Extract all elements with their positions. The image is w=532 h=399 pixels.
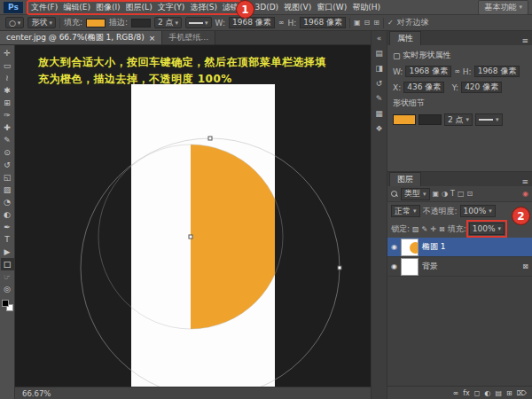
foreground-color-chip[interactable] xyxy=(2,300,9,307)
path-alignment-icon[interactable]: ⊟ xyxy=(364,19,371,27)
layer-filter-select[interactable]: 类型 ▾ xyxy=(401,188,430,200)
path-operations-icon[interactable]: ▣ xyxy=(354,19,361,27)
visibility-eye-icon[interactable]: ◉ xyxy=(391,262,397,270)
anchor-point-right[interactable] xyxy=(338,266,341,270)
menu-type[interactable]: 文字(Y) xyxy=(155,0,188,14)
gradient-tool[interactable]: ▨ xyxy=(1,184,14,196)
workspace-switcher-button[interactable]: 基本功能 ▾ xyxy=(478,0,528,15)
shape-height-field[interactable]: 1968 像素 xyxy=(300,17,346,28)
anchor-point-center[interactable] xyxy=(189,235,192,239)
docked-panel-icon-2[interactable]: ◨ xyxy=(375,64,383,73)
prop-stroke-type-select[interactable]: ▾ xyxy=(475,113,503,126)
layer-row-background[interactable]: ◉ 背景 ⊠ xyxy=(387,257,532,277)
filter-adjustment-icon[interactable]: ◑ xyxy=(442,190,448,198)
crop-tool[interactable]: ⊞ xyxy=(1,97,14,109)
type-tool[interactable]: T xyxy=(1,233,14,246)
filter-smart-icon[interactable]: ⊡ xyxy=(467,190,473,198)
layer-row-ellipse[interactable]: ◉ 椭圆 1 xyxy=(387,238,532,257)
path-select-tool[interactable]: ▶ xyxy=(1,246,14,258)
fill-color-swatch[interactable] xyxy=(86,19,106,27)
link-layers-icon[interactable]: ∞ xyxy=(453,389,459,397)
docked-panel-icon-1[interactable]: ▤ xyxy=(375,49,383,58)
tool-preset-picker[interactable]: ○ ▾ xyxy=(5,17,24,28)
fill-opacity-select[interactable]: 100% ▾ xyxy=(469,223,505,235)
healing-brush-tool[interactable]: ✚ xyxy=(1,121,14,134)
opacity-select[interactable]: 100% ▾ xyxy=(460,205,496,217)
stroke-color-swatch[interactable] xyxy=(131,19,151,27)
eyedropper-tool[interactable]: ✑ xyxy=(1,109,14,121)
panel-menu-icon[interactable]: ≡ xyxy=(518,177,532,186)
lock-position-icon[interactable]: ✛ xyxy=(430,225,436,233)
filter-shape-icon[interactable]: □ xyxy=(458,190,465,198)
docked-panel-icon-6[interactable]: ❖ xyxy=(375,124,382,133)
new-layer-icon[interactable]: ⊞ xyxy=(506,389,512,397)
clone-stamp-tool[interactable]: ⊙ xyxy=(1,146,14,159)
prop-stroke-swatch[interactable] xyxy=(419,114,442,125)
move-tool[interactable]: ✛ xyxy=(1,47,14,59)
collapse-dock-icon[interactable]: « xyxy=(377,34,382,43)
layer-mask-icon[interactable]: ◻ xyxy=(474,389,481,397)
align-edges-checkbox[interactable]: ✓ xyxy=(387,19,394,27)
filter-image-icon[interactable]: ▣ xyxy=(433,190,440,198)
delete-layer-icon[interactable]: ⌦ xyxy=(517,389,527,397)
color-chips[interactable] xyxy=(2,300,13,311)
layer-thumbnail[interactable] xyxy=(401,258,419,276)
brush-tool[interactable]: ✎ xyxy=(1,134,14,146)
shape-tool[interactable]: □ xyxy=(1,258,14,270)
menu-file[interactable]: 文件(F) xyxy=(28,0,60,14)
stroke-width-select[interactable]: 2 点 ▾ xyxy=(154,17,182,28)
document-canvas[interactable]: 放大到合适大小，按回车键确定，然后在顶部菜单栏选择填 充为橙色，描边去掉，不透明… xyxy=(15,45,371,399)
eraser-tool[interactable]: ◱ xyxy=(1,171,14,184)
history-brush-tool[interactable]: ↺ xyxy=(1,159,14,171)
menu-help[interactable]: 帮助(H) xyxy=(349,0,383,14)
layer-style-icon[interactable]: fx xyxy=(463,389,470,397)
prop-y-field[interactable]: 420 像素 xyxy=(461,82,502,93)
filter-type-icon[interactable]: T xyxy=(450,190,455,198)
filter-toggle-icon[interactable]: ◉ xyxy=(522,190,528,198)
path-arrange-icon[interactable]: ⊞ xyxy=(373,19,379,27)
lock-transparency-icon[interactable]: ▨ xyxy=(412,225,419,233)
document-tab-center[interactable]: center.jpg @ 66.7%(椭圆 1, RGB/8) × xyxy=(0,31,162,44)
link-dimensions-icon[interactable]: ∞ xyxy=(278,19,285,27)
menu-view[interactable]: 视图(V) xyxy=(281,0,314,14)
draw-mode-select[interactable]: 形状 ▾ xyxy=(27,17,56,28)
tab-layers[interactable]: 图层 xyxy=(389,172,421,186)
panel-menu-icon[interactable]: ≡ xyxy=(518,36,532,45)
docked-panel-icon-3[interactable]: ↺ xyxy=(376,79,383,88)
stroke-type-select[interactable]: ▾ xyxy=(185,17,212,28)
link-wh-icon[interactable]: ∞ xyxy=(454,67,460,75)
prop-width-field[interactable]: 1968 像素 xyxy=(405,66,451,77)
document-tab-wallpaper[interactable]: 手机壁纸… xyxy=(162,31,215,44)
tab-properties[interactable]: 属性 xyxy=(389,31,421,45)
adjustment-layer-icon[interactable]: ◐ xyxy=(484,389,490,397)
zoom-tool[interactable]: ◎ xyxy=(1,283,14,295)
marquee-tool[interactable]: ▭ xyxy=(1,59,14,72)
pen-tool[interactable]: ✒ xyxy=(1,221,14,233)
menu-window[interactable]: 窗口(W) xyxy=(314,0,349,14)
zoom-level-field[interactable]: 66.67% xyxy=(22,389,51,398)
close-icon[interactable]: × xyxy=(149,34,156,43)
menu-image[interactable]: 图像(I) xyxy=(93,0,123,14)
anchor-point-top[interactable] xyxy=(208,137,212,140)
visibility-eye-icon[interactable]: ◉ xyxy=(391,243,397,251)
lock-all-icon[interactable]: ⊠ xyxy=(439,225,445,233)
menu-layer[interactable]: 图层(L) xyxy=(123,0,155,14)
menu-edit[interactable]: 编辑(E) xyxy=(60,0,93,14)
layer-group-icon[interactable]: ▤ xyxy=(495,389,502,397)
quick-select-tool[interactable]: ✱ xyxy=(1,84,14,97)
blur-tool[interactable]: ◔ xyxy=(1,196,14,208)
shape-width-field[interactable]: 1968 像素 xyxy=(229,17,275,28)
menu-select[interactable]: 选择(S) xyxy=(187,0,220,14)
blend-mode-select[interactable]: 正常 ▾ xyxy=(391,205,420,217)
lasso-tool[interactable]: ≀ xyxy=(1,72,14,84)
prop-x-field[interactable]: 436 像素 xyxy=(403,82,444,93)
docked-panel-icon-4[interactable]: ✎ xyxy=(376,94,383,103)
prop-height-field[interactable]: 1968 像素 xyxy=(474,66,520,77)
hand-tool[interactable]: ☞ xyxy=(1,270,14,283)
prop-stroke-width-select[interactable]: 2 点 ▾ xyxy=(444,113,473,126)
prop-fill-swatch[interactable] xyxy=(393,114,416,125)
docked-panel-icon-5[interactable]: ▦ xyxy=(375,109,383,118)
layer-thumbnail[interactable] xyxy=(401,239,419,256)
menu-3d[interactable]: 3D(D) xyxy=(252,0,281,14)
dodge-tool[interactable]: ◐ xyxy=(1,208,14,221)
